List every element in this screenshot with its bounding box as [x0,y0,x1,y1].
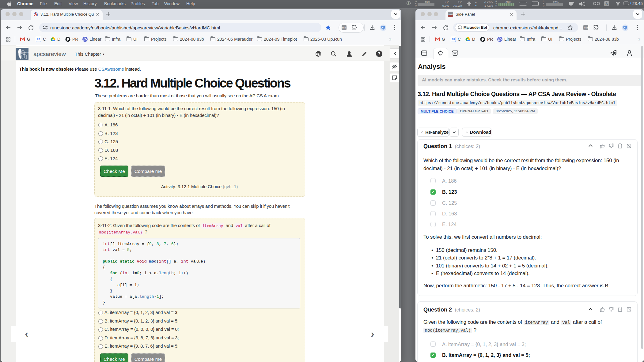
svg-text:RUNESTONE: RUNESTONE [22,52,28,53]
